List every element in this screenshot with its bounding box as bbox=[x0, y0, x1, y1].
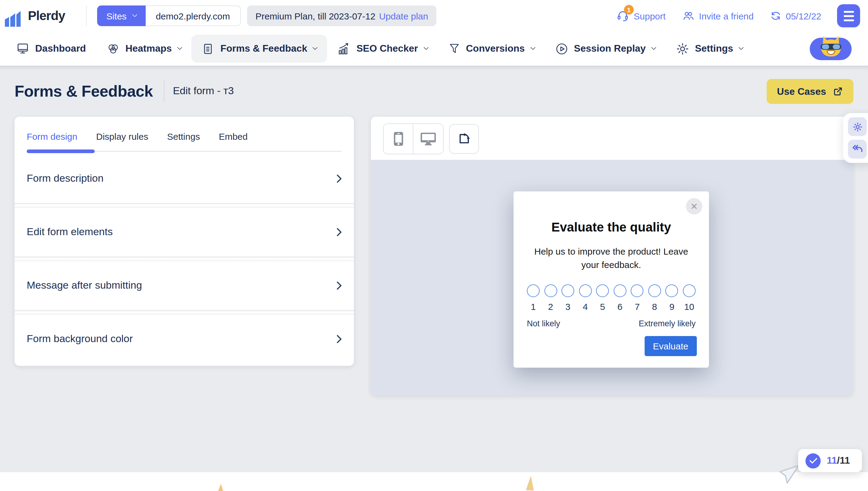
check-circle-icon bbox=[805, 453, 820, 468]
user-avatar-button[interactable] bbox=[810, 37, 851, 60]
section-label: Form description bbox=[27, 173, 103, 185]
rating-number: 2 bbox=[544, 301, 557, 312]
cat-sunglasses-avatar bbox=[821, 39, 840, 57]
form-preview-area: ✕ Evaluate the quality Help us to improv… bbox=[371, 160, 853, 395]
triangle-decoration bbox=[526, 475, 534, 490]
rating-scale-labels: Not likely Extremely likely bbox=[514, 319, 709, 328]
funnel-icon bbox=[448, 42, 460, 55]
date-label: 05/12/22 bbox=[786, 11, 821, 21]
rating-number: 4 bbox=[579, 301, 591, 312]
section-form-description[interactable]: Form description bbox=[14, 152, 354, 205]
close-icon[interactable]: ✕ bbox=[686, 198, 702, 214]
rating-number: 6 bbox=[613, 301, 626, 312]
tab-form-design[interactable]: Form design bbox=[27, 131, 78, 152]
play-circle-icon bbox=[555, 41, 568, 56]
invite-label: Invite a friend bbox=[699, 11, 753, 21]
support-badge: 1 bbox=[624, 5, 634, 15]
sites-dropdown-button[interactable]: Sites bbox=[97, 5, 145, 26]
update-plan-link[interactable]: Update plan bbox=[379, 11, 428, 21]
undo-reply-button[interactable] bbox=[848, 140, 867, 158]
plan-chip: Premium Plan, till 2023-07-12 Update pla… bbox=[247, 5, 437, 26]
tab-settings[interactable]: Settings bbox=[167, 131, 200, 152]
top-header: Plerdy Sites demo2.plerdy.com Premium Pl… bbox=[0, 0, 868, 32]
sites-label: Sites bbox=[106, 11, 127, 21]
min-label: Not likely bbox=[527, 319, 560, 328]
evaluate-submit-button[interactable]: Evaluate bbox=[644, 336, 697, 356]
nav-label: Forms & Feedback bbox=[220, 43, 307, 54]
chevron-down-icon bbox=[423, 45, 429, 50]
progress-total: /11 bbox=[837, 455, 850, 465]
rating-circle-10[interactable] bbox=[683, 284, 695, 297]
modal-description: Help us to improve the product! Leave yo… bbox=[524, 245, 698, 271]
mobile-preview-button[interactable] bbox=[383, 124, 413, 154]
rating-circle-4[interactable] bbox=[579, 284, 591, 297]
title-divider bbox=[164, 80, 164, 102]
nav-item-seo-checker[interactable]: SEO Checker bbox=[337, 41, 428, 56]
section-form-background-color[interactable]: Form background color bbox=[14, 312, 354, 366]
nav-item-dashboard[interactable]: Dashboard bbox=[16, 42, 86, 55]
nav-item-conversions[interactable]: Conversions bbox=[448, 42, 534, 55]
rating-circle-1[interactable] bbox=[527, 284, 539, 297]
logo-text: Plerdy bbox=[28, 8, 65, 23]
chevron-down-icon bbox=[313, 45, 318, 50]
tab-embed[interactable]: Embed bbox=[219, 131, 248, 152]
use-cases-label: Use Cases bbox=[777, 86, 826, 97]
nav-item-heatmaps[interactable]: Heatmaps bbox=[106, 41, 182, 56]
people-icon bbox=[681, 9, 695, 23]
form-settings-button[interactable] bbox=[848, 117, 867, 136]
hamburger-menu-button[interactable] bbox=[837, 4, 860, 27]
chevron-right-icon bbox=[333, 281, 342, 290]
rating-circle-3[interactable] bbox=[561, 284, 574, 297]
form-editor-card: Form design Display rules Settings Embed… bbox=[14, 117, 354, 366]
rating-number: 10 bbox=[683, 301, 695, 312]
rating-number: 9 bbox=[665, 301, 678, 312]
progress-counter: 11/11 bbox=[827, 455, 850, 466]
plerdy-app: Plerdy Sites demo2.plerdy.com Premium Pl… bbox=[0, 0, 868, 491]
modal-title: Evaluate the quality bbox=[514, 220, 709, 235]
editor-sections: Form description Edit form elements Mess… bbox=[14, 152, 354, 366]
chevron-down-icon bbox=[132, 12, 137, 17]
tab-display-rules[interactable]: Display rules bbox=[96, 131, 148, 152]
venn-circles-icon bbox=[106, 41, 120, 56]
progress-widget[interactable]: 11/11 bbox=[798, 449, 862, 472]
rating-circle-5[interactable] bbox=[596, 284, 609, 297]
desktop-icon bbox=[420, 132, 436, 146]
rating-number: 5 bbox=[596, 301, 609, 312]
section-message-after-submitting[interactable]: Message after submitting bbox=[14, 259, 354, 312]
section-edit-form-elements[interactable]: Edit form elements bbox=[14, 205, 354, 259]
form-document-icon bbox=[202, 41, 215, 56]
ukraine-flag-icon bbox=[67, 6, 78, 13]
header-divider bbox=[86, 5, 87, 26]
rating-circle-7[interactable] bbox=[631, 284, 644, 297]
plerdy-logo[interactable]: Plerdy bbox=[5, 5, 78, 27]
invite-friend-link[interactable]: Invite a friend bbox=[681, 9, 753, 23]
chevron-down-icon bbox=[177, 45, 182, 50]
chevron-right-icon bbox=[333, 335, 342, 343]
main-nav: Dashboard Heatmaps Forms & Feedback SEO … bbox=[0, 32, 868, 66]
desktop-preview-button[interactable] bbox=[413, 124, 443, 154]
reply-arrow-icon bbox=[851, 144, 863, 154]
rating-numbers: 1 2 3 4 5 6 7 8 9 10 bbox=[514, 301, 709, 312]
date-refresh[interactable]: 05/12/22 bbox=[769, 10, 821, 22]
current-domain[interactable]: demo2.plerdy.com bbox=[145, 5, 241, 26]
device-segmented-control bbox=[383, 123, 444, 154]
rating-circle-9[interactable] bbox=[665, 284, 678, 297]
corner-radius-button[interactable] bbox=[449, 124, 479, 154]
gear-icon bbox=[676, 41, 689, 56]
bottom-white-band bbox=[0, 472, 868, 491]
nav-item-settings[interactable]: Settings bbox=[676, 41, 743, 56]
external-link-icon bbox=[833, 86, 843, 97]
nav-item-forms-feedback[interactable]: Forms & Feedback bbox=[191, 35, 327, 63]
rating-circle-8[interactable] bbox=[648, 284, 661, 297]
feedback-form-modal: ✕ Evaluate the quality Help us to improv… bbox=[514, 192, 709, 368]
nav-item-session-replay[interactable]: Session Replay bbox=[555, 41, 656, 56]
chevron-down-icon bbox=[738, 45, 744, 50]
monitor-icon bbox=[16, 42, 30, 55]
rating-circle-6[interactable] bbox=[613, 284, 626, 297]
plerdy-logo-icon bbox=[5, 11, 26, 27]
support-link[interactable]: 1 Support bbox=[616, 9, 665, 23]
use-cases-button[interactable]: Use Cases bbox=[767, 79, 854, 104]
rating-circle-2[interactable] bbox=[544, 284, 557, 297]
gear-icon bbox=[852, 121, 863, 132]
section-label: Edit form elements bbox=[27, 226, 113, 238]
